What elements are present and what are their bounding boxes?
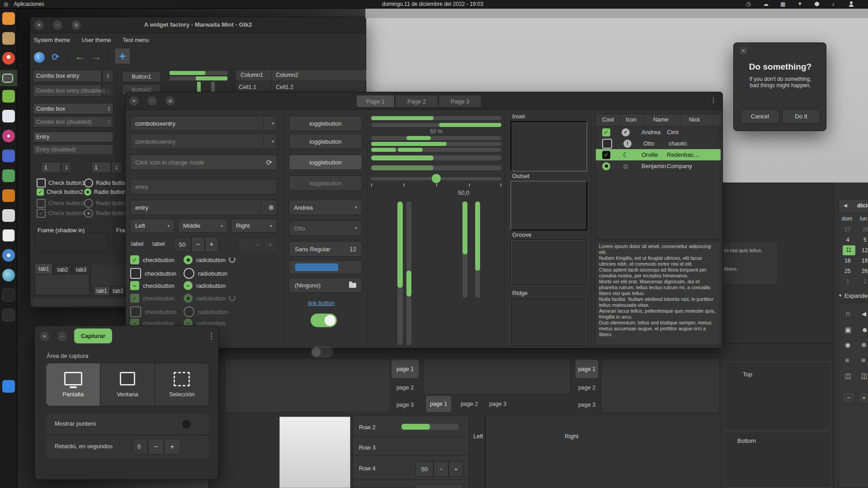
align-left-combo[interactable]: Left▾ bbox=[130, 219, 175, 233]
applications-menu[interactable]: Aplicaciones bbox=[14, 1, 44, 7]
notebook-a-tab-page1[interactable]: page 1 bbox=[392, 360, 419, 378]
entry[interactable]: Entry bbox=[33, 131, 113, 142]
calendar-date[interactable]: 25 bbox=[844, 268, 850, 274]
combo-box[interactable]: Combo box▲▼ bbox=[33, 103, 113, 114]
dock-settings-gear-icon[interactable] bbox=[2, 249, 15, 262]
dock-package-icon[interactable] bbox=[2, 90, 15, 103]
row4-spin-value[interactable]: 50 bbox=[415, 461, 434, 477]
record-icon[interactable]: ◉ bbox=[845, 341, 850, 348]
close-icon[interactable]: ✕ bbox=[129, 96, 139, 106]
slider-with-marks[interactable] bbox=[371, 177, 501, 180]
notebook-c-tab-page1[interactable]: page 1 bbox=[576, 360, 598, 378]
menu-test-menu[interactable]: Test menu bbox=[123, 37, 149, 43]
gtk2-nb2-tab1[interactable]: tab1 bbox=[94, 286, 110, 296]
dock-notes-icon[interactable] bbox=[2, 229, 15, 242]
slider-handle[interactable] bbox=[431, 174, 441, 183]
app-grid-icon[interactable]: ▦ bbox=[780, 1, 785, 7]
user-icon[interactable] bbox=[849, 1, 854, 6]
row4-spin-minus-button[interactable]: − bbox=[434, 461, 448, 477]
option-screen[interactable]: Pantalla bbox=[46, 363, 100, 406]
calendar-date[interactable]: 19 bbox=[862, 258, 868, 264]
spinbutton-2[interactable]: 1 bbox=[91, 162, 111, 173]
sidebar-minus-button[interactable]: − bbox=[842, 392, 855, 404]
check-button1[interactable] bbox=[37, 178, 46, 188]
notebook-c-tab-page3[interactable]: page 3 bbox=[576, 397, 598, 413]
delay-plus-button[interactable]: + bbox=[164, 439, 180, 455]
checkbutton-checked[interactable]: ✓ bbox=[130, 255, 139, 264]
checkbutton-mixed[interactable]: − bbox=[130, 281, 139, 290]
table-row[interactable]: ! Otto chaotic bbox=[596, 138, 721, 149]
dock-terminal-icon[interactable] bbox=[2, 289, 15, 301]
dock-globe-icon[interactable] bbox=[2, 269, 15, 282]
dock-box-icon[interactable] bbox=[2, 189, 15, 202]
spin-plus-button[interactable]: + bbox=[205, 237, 218, 252]
table-row-selected[interactable]: ✓ ☾ Orville Redenbac… bbox=[596, 149, 721, 160]
combo-box-entry[interactable]: Combo box entry bbox=[33, 70, 102, 82]
menu-user-theme[interactable]: User theme bbox=[82, 37, 111, 43]
vertical-scale-4[interactable] bbox=[475, 202, 480, 298]
row4-spin-plus-button[interactable]: + bbox=[448, 461, 463, 477]
dock-music-icon[interactable] bbox=[2, 130, 15, 142]
clock-label[interactable]: domingo,11 de diciembre del 2022 - 19:03 bbox=[382, 1, 483, 7]
bell-icon[interactable] bbox=[815, 2, 819, 5]
refresh-icon[interactable]: ⟳ bbox=[50, 51, 61, 63]
kebab-menu-icon[interactable]: ⋮ bbox=[710, 96, 717, 104]
gtk2-nb2-tab2[interactable]: tab2 bbox=[111, 286, 125, 296]
table-row[interactable]: ✓ ✔ Andrea Cimi bbox=[596, 127, 721, 138]
calendar-date[interactable]: 12 bbox=[862, 247, 868, 253]
lorem-textview[interactable]: Lorem ipsum dolor sit amet, consectetur … bbox=[595, 241, 720, 345]
list-icon[interactable]: ≡ bbox=[861, 357, 865, 365]
link-button[interactable]: link button bbox=[308, 300, 335, 306]
combo-box-entry-spin[interactable]: ▲▼ bbox=[103, 70, 113, 82]
dock-appgrid-icon[interactable] bbox=[2, 209, 15, 222]
togglebutton-active[interactable]: togglebutton bbox=[289, 155, 362, 170]
tree-header-name[interactable]: Name bbox=[653, 117, 668, 123]
speaker-icon[interactable]: ◀ bbox=[862, 310, 866, 317]
check-button2[interactable]: ✓ bbox=[37, 188, 44, 196]
minimize-icon[interactable]: − bbox=[147, 96, 157, 106]
forward-icon[interactable]: → bbox=[90, 50, 103, 63]
add-button[interactable]: + bbox=[114, 48, 131, 64]
minimize-icon[interactable]: − bbox=[57, 332, 67, 341]
delay-value[interactable]: 0 bbox=[132, 439, 148, 455]
notebook-b-tab-page1[interactable]: page 1 bbox=[426, 396, 451, 412]
dock-screenshot-active[interactable] bbox=[0, 70, 17, 86]
do-it-button[interactable]: Do It bbox=[782, 109, 820, 123]
gtk2-column2-header[interactable]: Column2 bbox=[276, 72, 298, 78]
camera-icon[interactable]: ▣ bbox=[845, 326, 851, 334]
close-icon[interactable]: ✕ bbox=[739, 47, 748, 55]
notebook-c-tab-page2[interactable]: page 2 bbox=[576, 380, 598, 396]
gtk2-cell-1-1[interactable]: Cell1.1 bbox=[239, 84, 256, 90]
spinbutton-2-arrows[interactable]: ▲▼ bbox=[111, 162, 122, 173]
radio-button2[interactable] bbox=[84, 188, 91, 196]
tab-page2[interactable]: Page 2 bbox=[395, 95, 438, 108]
name-combo[interactable]: Andrea▾ bbox=[289, 200, 362, 215]
menu-system-theme[interactable]: System theme bbox=[34, 37, 70, 43]
entry-placeholder[interactable]: entry bbox=[130, 179, 277, 194]
close-circle-icon[interactable]: ⊗ bbox=[861, 341, 867, 348]
dock-nature-icon[interactable] bbox=[2, 169, 15, 182]
sidebar-plus-button[interactable]: + bbox=[858, 392, 868, 404]
calendar-date[interactable]: 28 bbox=[863, 226, 868, 233]
gtk2-cell-1-2[interactable]: Cell1.2 bbox=[276, 84, 293, 90]
spinbutton-1[interactable]: 1 bbox=[41, 162, 61, 173]
gtk2-column1-header[interactable]: Column1 bbox=[241, 72, 263, 78]
gnome-foot-icon[interactable]: ☾ bbox=[34, 52, 45, 63]
table-row[interactable]: ☺ Benjamin Company bbox=[596, 160, 721, 172]
radiobutton-checked[interactable] bbox=[184, 255, 193, 264]
maximize-icon[interactable]: ⊘ bbox=[165, 96, 175, 106]
activities-icon[interactable]: ◎ bbox=[4, 1, 8, 7]
font-button[interactable]: Sans Regular12 bbox=[289, 241, 362, 257]
vertical-scale-1[interactable] bbox=[397, 202, 403, 345]
dock-software-icon[interactable] bbox=[2, 380, 15, 393]
gtk2-tab3[interactable]: tab3 bbox=[72, 265, 90, 274]
calendar-date[interactable]: 4 bbox=[846, 237, 849, 243]
calendar-date[interactable]: 1 bbox=[846, 278, 849, 285]
expander[interactable]: ▼ Expande bbox=[838, 291, 868, 300]
clock-icon[interactable]: ◷ bbox=[746, 1, 750, 7]
checkbutton-unchecked[interactable] bbox=[130, 268, 141, 279]
music-note-icon[interactable]: ♪ bbox=[832, 1, 835, 7]
togglebutton-1[interactable]: togglebutton bbox=[289, 116, 362, 131]
back-icon[interactable]: ← bbox=[74, 50, 86, 63]
spinbutton-1-arrows[interactable]: ▲▼ bbox=[61, 162, 72, 173]
